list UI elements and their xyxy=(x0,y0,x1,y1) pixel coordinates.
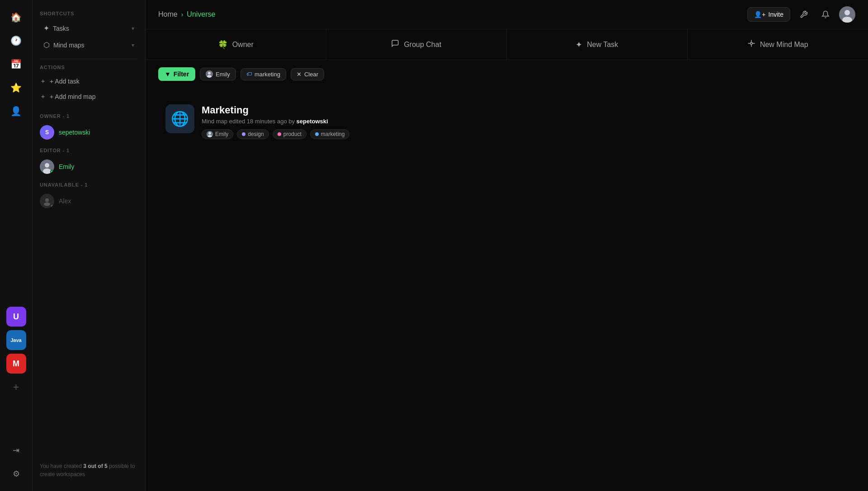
actions-label: ACTIONS xyxy=(33,65,145,74)
emily-status-dot xyxy=(50,170,54,173)
alex-name: Alex xyxy=(59,197,71,205)
sepetowski-name: sepetowski xyxy=(59,129,90,136)
svg-point-1 xyxy=(45,163,49,168)
product-tag-dot xyxy=(278,132,281,136)
recent-nav[interactable]: 🕐 xyxy=(6,31,26,51)
invite-button[interactable]: 👤+ Invite xyxy=(747,7,790,22)
owner-btn[interactable]: 🍀 Owner xyxy=(146,29,326,60)
filter-funnel-icon: ▼ xyxy=(165,70,171,78)
unavailable-section-label: UNAVAILABLE - 1 xyxy=(40,182,138,187)
bell-icon-btn[interactable] xyxy=(817,6,834,23)
new-task-icon: ✦ xyxy=(576,40,582,50)
svg-point-4 xyxy=(44,202,50,206)
workspace-u[interactable]: U xyxy=(6,307,26,327)
mindmaps-icon: ⬡ xyxy=(43,41,50,49)
marketing-tag-dot xyxy=(315,132,319,136)
breadcrumb-current: Universe xyxy=(187,10,215,19)
emily-tag-person-icon xyxy=(207,131,213,137)
mindmap-meta: Mind map edited 18 minutes ago by sepeto… xyxy=(202,118,848,125)
owner-label: Owner xyxy=(232,41,254,49)
svg-point-15 xyxy=(207,75,212,78)
mindmaps-chevron-icon: ▾ xyxy=(132,42,134,48)
logout-icon[interactable]: ⇥ xyxy=(6,440,26,460)
breadcrumb-home[interactable]: Home xyxy=(158,10,178,19)
new-task-btn[interactable]: ✦ New Task xyxy=(507,29,688,60)
svg-point-17 xyxy=(208,132,211,135)
icon-bar: 🏠 🕐 📅 ⭐ 👤 U Java M + ⇥ ⚙ xyxy=(0,0,33,491)
workspace-m[interactable]: M xyxy=(6,354,26,374)
new-mind-map-label: New Mind Map xyxy=(760,41,808,49)
filter-button[interactable]: ▼ Filter xyxy=(158,67,195,81)
member-emily[interactable]: Emily xyxy=(40,157,138,177)
member-alex[interactable]: Alex xyxy=(40,191,138,211)
content-area: 🌐 Marketing Mind map edited 18 minutes a… xyxy=(146,88,868,491)
svg-point-8 xyxy=(750,42,753,45)
add-mindmap-icon: ＋ xyxy=(40,93,46,101)
add-task-icon: ＋ xyxy=(40,77,46,85)
tag-marketing: marketing xyxy=(310,129,350,139)
sidebar-item-tasks[interactable]: ✦ Tasks ▾ xyxy=(36,20,142,37)
mindmap-tags: Emily design product marketing xyxy=(202,129,848,139)
owner-icon: 🍀 xyxy=(218,40,228,50)
emily-name: Emily xyxy=(59,163,74,170)
invite-icon: 👤+ xyxy=(754,11,765,18)
sidebar-divider xyxy=(40,59,138,59)
mindmaps-label: Mind maps xyxy=(53,42,128,49)
workspace-java[interactable]: Java xyxy=(6,330,26,350)
svg-point-14 xyxy=(208,72,211,75)
tag-emily: Emily xyxy=(202,129,233,139)
home-nav[interactable]: 🏠 xyxy=(6,7,26,27)
new-mind-map-btn[interactable]: New Mind Map xyxy=(688,29,868,60)
mindmap-card-marketing[interactable]: 🌐 Marketing Mind map edited 18 minutes a… xyxy=(158,97,855,146)
quick-actions-bar: 🍀 Owner Group Chat ✦ New Task xyxy=(146,29,868,60)
alex-status-dot xyxy=(50,204,54,208)
clear-filter-btn[interactable]: ✕ Clear xyxy=(291,68,324,80)
topbar: Home › Universe 👤+ Invite xyxy=(146,0,868,29)
owner-section-label: OWNER - 1 xyxy=(40,113,138,119)
new-task-label: New Task xyxy=(587,41,618,49)
tag-design: design xyxy=(237,129,269,139)
calendar-nav[interactable]: 📅 xyxy=(6,54,26,74)
marketing-filter-tag[interactable]: 🏷 marketing xyxy=(241,68,286,80)
tasks-chevron-icon: ▾ xyxy=(132,25,134,32)
emily-avatar xyxy=(40,159,54,174)
add-workspace-btn[interactable]: + xyxy=(6,377,26,397)
group-chat-icon xyxy=(391,39,399,50)
tasks-label: Tasks xyxy=(53,25,128,32)
mindmap-globe-icon: 🌐 xyxy=(165,104,194,133)
add-task-btn[interactable]: ＋ + Add task xyxy=(33,74,145,89)
member-sepetowski[interactable]: S sepetowski xyxy=(40,122,138,142)
editor-section-label: EDITOR - 1 xyxy=(40,148,138,153)
sidebar: SHORTCUTS ✦ Tasks ▾ ⬡ Mind maps ▾ ACTION… xyxy=(33,0,146,491)
mindmap-title: Marketing xyxy=(202,104,848,116)
svg-point-6 xyxy=(844,10,850,15)
alex-avatar xyxy=(40,194,54,208)
svg-point-3 xyxy=(45,198,49,202)
sidebar-item-mindmaps[interactable]: ⬡ Mind maps ▾ xyxy=(36,37,142,53)
settings-icon[interactable]: ⚙ xyxy=(6,464,26,484)
tag-product: product xyxy=(273,129,307,139)
sepetowski-avatar: S xyxy=(40,125,54,140)
people-nav[interactable]: 👤 xyxy=(6,101,26,121)
breadcrumb: Home › Universe xyxy=(158,10,216,19)
tasks-icon: ✦ xyxy=(43,24,49,33)
user-avatar[interactable] xyxy=(839,6,855,23)
topbar-actions: 👤+ Invite xyxy=(747,6,855,23)
shortcuts-label: SHORTCUTS xyxy=(33,11,145,20)
wrench-icon-btn[interactable] xyxy=(796,6,812,23)
design-tag-dot xyxy=(242,132,245,136)
workspace-footer: You have created 3 out of 5 possible to … xyxy=(33,457,145,484)
breadcrumb-arrow-icon: › xyxy=(181,11,184,18)
group-chat-btn[interactable]: Group Chat xyxy=(326,29,507,60)
clear-icon: ✕ xyxy=(297,71,302,78)
group-chat-label: Group Chat xyxy=(404,41,441,49)
filter-bar: ▼ Filter Emily 🏷 marketing ✕ Clear xyxy=(146,60,868,88)
emily-filter-tag[interactable]: Emily xyxy=(200,68,236,80)
favorites-nav[interactable]: ⭐ xyxy=(6,78,26,98)
new-mind-map-icon xyxy=(747,39,755,50)
mindmap-info: Marketing Mind map edited 18 minutes ago… xyxy=(202,104,848,139)
main-content: Home › Universe 👤+ Invite xyxy=(146,0,868,491)
add-mindmap-btn[interactable]: ＋ + Add mind map xyxy=(33,89,145,104)
marketing-tag-icon: 🏷 xyxy=(246,71,252,77)
emily-tag-avatar xyxy=(206,70,213,78)
